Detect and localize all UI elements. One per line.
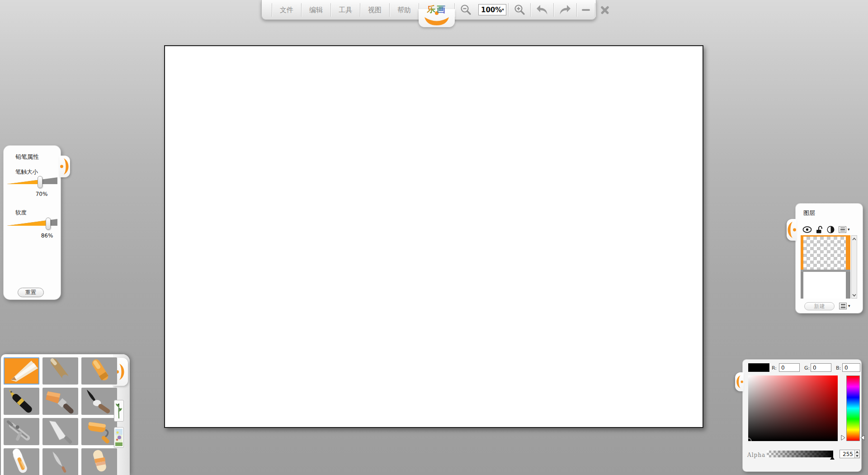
blue-input[interactable] [842, 363, 860, 372]
hue-marker-left-icon[interactable] [841, 435, 845, 441]
zoom-level-value: 100% [481, 6, 502, 14]
menu-list-icon [839, 303, 847, 309]
logo-text: 乐画 [427, 4, 447, 15]
contrast-icon[interactable] [827, 226, 835, 233]
eraser-icon [81, 448, 117, 475]
layer-options-menu[interactable]: ▾ [839, 226, 850, 233]
softness-label: 软度 [15, 209, 27, 217]
layers-panel-title: 图层 [803, 209, 815, 217]
color-panel-collapse-handle[interactable] [735, 372, 744, 391]
menu-list-icon [839, 226, 846, 233]
green-label: G: [804, 365, 810, 371]
tool-crayon[interactable] [81, 357, 117, 385]
flat-brush-icon [42, 388, 78, 415]
drawing-canvas[interactable] [164, 45, 703, 428]
app-root: 文件 编辑 工具 视图 帮助 乐画 100% [0, 0, 868, 475]
chevron-down-icon: ▾ [848, 304, 850, 308]
paint-tube-icon [4, 448, 39, 475]
tool-paint-tube[interactable] [4, 448, 39, 475]
paint-roller-icon [81, 418, 117, 445]
redo-button[interactable] [554, 0, 576, 19]
alpha-value: 255 [840, 450, 854, 458]
softness-handle[interactable] [46, 218, 51, 230]
pencil-properties-panel: 铅笔属性 笔触大小 70% 软度 86% 重置 [4, 146, 61, 299]
alpha-spinner[interactable]: 255 [840, 450, 860, 458]
wooden-pencil-icon [42, 357, 78, 385]
visibility-eye-icon[interactable] [802, 226, 812, 233]
color-picker-panel: R: G: B: Alpha 255 [743, 360, 861, 471]
tool-airbrush[interactable] [4, 418, 39, 445]
menu-edit[interactable]: 编辑 [302, 0, 330, 19]
tool-palette-knife[interactable] [42, 418, 78, 445]
zoom-in-button[interactable] [509, 0, 530, 19]
main-toolbar: 文件 编辑 工具 视图 帮助 乐画 100% [261, 0, 596, 20]
layer-scrollbar[interactable] [851, 235, 857, 299]
pencil-panel-title: 铅笔属性 [15, 153, 39, 161]
tool-wooden-pencil[interactable] [42, 357, 78, 385]
softness-value: 86% [37, 233, 57, 239]
zoom-level-dropdown[interactable]: 100% ▾ [478, 4, 506, 15]
current-color-swatch[interactable] [748, 363, 769, 372]
stamp-sticker-button[interactable] [114, 427, 124, 448]
tool-eraser[interactable] [81, 448, 117, 475]
zoom-out-button[interactable] [455, 0, 476, 19]
red-label: R: [772, 365, 777, 371]
stamp-plant-button[interactable] [114, 400, 124, 422]
spinner-down-icon[interactable] [855, 454, 859, 458]
brush-size-label: 笔触大小 [15, 168, 38, 176]
scroll-down-icon[interactable] [852, 292, 857, 298]
layer-thumbnail-white [803, 272, 846, 299]
redo-icon [559, 4, 571, 16]
airbrush-icon [4, 418, 39, 445]
saturation-value-field[interactable] [748, 375, 838, 441]
minimize-button[interactable] [577, 0, 595, 19]
tool-grid [4, 357, 117, 475]
menu-file[interactable]: 文件 [272, 0, 301, 19]
palette-knife-icon [42, 418, 78, 445]
tool-knife[interactable] [42, 448, 78, 475]
pencil-panel-collapse-handle[interactable] [59, 156, 70, 177]
hue-marker-right-icon[interactable] [860, 435, 865, 441]
menu-help[interactable]: 帮助 [390, 0, 419, 19]
layers-panel-collapse-handle[interactable] [787, 219, 797, 241]
tool-ink-brush[interactable] [81, 388, 117, 415]
toolbar-left-cap [262, 0, 272, 19]
tool-flat-brush[interactable] [42, 388, 78, 415]
tool-paint-roller[interactable] [81, 418, 117, 445]
zoom-out-icon [460, 4, 472, 16]
spinner-up-icon[interactable] [855, 450, 859, 454]
hue-bar[interactable] [846, 375, 860, 441]
close-button[interactable] [595, 0, 614, 19]
lock-icon[interactable] [816, 226, 823, 233]
red-input[interactable] [779, 363, 800, 372]
minimize-icon [582, 9, 590, 11]
tool-fountain-pen[interactable] [4, 388, 39, 415]
pencil-icon [4, 357, 39, 385]
crayon-icon [81, 357, 117, 385]
tool-palette-panel [1, 354, 130, 475]
fountain-pen-icon [4, 388, 39, 415]
tool-pencil[interactable] [4, 357, 39, 385]
alpha-label: Alpha [747, 452, 765, 458]
new-layer-button[interactable]: 新建 [804, 302, 835, 310]
brush-size-slider[interactable] [7, 176, 57, 191]
blue-label: B: [836, 365, 841, 371]
layer-row-selected[interactable] [801, 235, 850, 270]
plant-stamp-icon [115, 402, 123, 420]
alpha-handle-icon[interactable] [830, 456, 835, 460]
brush-size-handle[interactable] [38, 176, 42, 188]
layer-row[interactable] [801, 272, 850, 299]
softness-slider[interactable] [7, 218, 57, 233]
undo-button[interactable] [531, 0, 553, 19]
panel-handle-icon [736, 373, 744, 390]
alpha-slider[interactable] [767, 451, 833, 457]
chevron-down-icon: ▾ [502, 8, 504, 12]
layer-list-menu[interactable]: ▾ [839, 303, 850, 309]
menu-view[interactable]: 视图 [360, 0, 389, 19]
menu-tools[interactable]: 工具 [331, 0, 360, 19]
color-cursor[interactable] [748, 438, 751, 441]
scroll-up-icon[interactable] [852, 236, 857, 242]
reset-button[interactable]: 重置 [18, 288, 44, 297]
app-logo[interactable]: 乐画 [419, 0, 454, 19]
green-input[interactable] [811, 363, 831, 372]
